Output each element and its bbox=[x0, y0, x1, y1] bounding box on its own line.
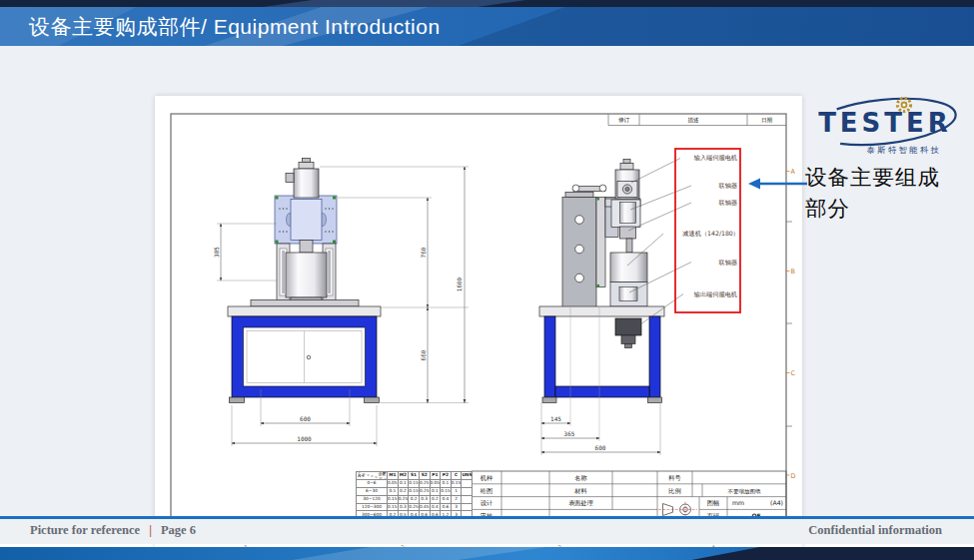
dim-label: 600 bbox=[595, 444, 606, 451]
dim-label: 600 bbox=[300, 415, 311, 422]
annotation-label: 减速机（142/180） bbox=[682, 230, 739, 238]
dim-label: 760 bbox=[420, 247, 427, 258]
footer-page-number: Page 6 bbox=[161, 523, 196, 537]
footer: Picture for reference|Page 6 Confidentia… bbox=[0, 519, 974, 544]
revision-col-label: 日期 bbox=[761, 117, 773, 123]
revision-col-label: 描述 bbox=[687, 117, 699, 124]
drawing-sheet: 修订 描述 日期 A B C D bbox=[155, 96, 802, 557]
tester-logo: TESTER 泰斯特智能科技 bbox=[805, 96, 967, 158]
side-view bbox=[539, 160, 664, 403]
title-block-label: 名称 bbox=[574, 474, 587, 482]
footer-confidential: Confidential information bbox=[808, 523, 942, 538]
tolerance-row: 0~6 0.050.10.150.250.050.10.15 bbox=[357, 479, 473, 487]
title-block-label: 图幅 bbox=[707, 499, 719, 507]
slide-title: 设备主要购成部件/ Equipment Introduction bbox=[0, 7, 974, 46]
revision-col-label: 修订 bbox=[618, 117, 630, 123]
zone-letter: B bbox=[791, 268, 795, 276]
annotation-label: 联轴器 bbox=[718, 199, 737, 207]
annotation-label: 输入端伺服电机 bbox=[694, 154, 738, 162]
callout-text: 设备主要组成部分 bbox=[805, 163, 943, 225]
title-block-label: 比例 bbox=[668, 487, 680, 495]
tolerance-corner-bottom: 尺寸 bbox=[358, 475, 365, 479]
header-bar: 设备主要购成部件/ Equipment Introduction bbox=[0, 7, 974, 46]
title-block-label: 绘图 bbox=[481, 487, 492, 495]
title-block-label: 材料 bbox=[573, 487, 586, 495]
red-annotation-box: 输入端伺服电机 联轴器 联轴器 减速机（142/180） 联轴器 输出端伺服电机 bbox=[675, 149, 740, 312]
dim-label: 1600 bbox=[456, 277, 463, 291]
zone-letter: C bbox=[791, 369, 796, 377]
slide: 设备主要购成部件/ Equipment Introduction bbox=[0, 0, 974, 560]
sheet-format-value: (A4) bbox=[770, 499, 783, 506]
title-block-label: 机种 bbox=[481, 474, 492, 482]
tolerance-row: 6~30 0.10.20.150.250.10.151 bbox=[357, 487, 473, 495]
dim-label: 1000 bbox=[297, 435, 312, 442]
title-block-label: 料号 bbox=[668, 474, 680, 481]
tolerance-corner-top: 公差 bbox=[379, 473, 386, 477]
logo-brand-text: TESTER bbox=[818, 108, 952, 138]
tolerance-header-row: 公差尺寸 M1 M2 S1 S2 P1 P2 C UNS bbox=[357, 472, 473, 480]
dim-label: 365 bbox=[564, 430, 575, 437]
sheet-size-value: mm bbox=[732, 499, 744, 506]
dim-label: 385 bbox=[213, 247, 220, 258]
footer-separator: | bbox=[140, 523, 161, 537]
tolerance-row: 30~120 0.150.250.20.30.20.42 bbox=[357, 495, 473, 503]
annotation-label: 联轴器 bbox=[718, 182, 737, 190]
title-block-label: 表面处理 bbox=[568, 499, 593, 507]
top-accent-strip bbox=[0, 0, 974, 7]
dim-label: 145 bbox=[550, 415, 561, 422]
annotation-label: 联轴器 bbox=[718, 259, 737, 267]
slide-body: 修订 描述 日期 A B C D bbox=[0, 46, 974, 516]
revision-table: 修订 描述 日期 bbox=[608, 115, 786, 126]
dim-label: 660 bbox=[420, 349, 427, 360]
footer-note: Picture for reference bbox=[30, 523, 140, 537]
no-scale-note: 不要缩放图纸 bbox=[728, 488, 762, 495]
bottom-accent-bar bbox=[0, 547, 974, 560]
side-dimensions: 145 365 600 bbox=[541, 307, 660, 455]
title-block-label: 设计 bbox=[481, 499, 493, 506]
cad-drawing: 修订 描述 日期 A B C D bbox=[155, 96, 802, 557]
callout-arrow-icon bbox=[747, 176, 809, 192]
logo-subtitle: 泰斯特智能科技 bbox=[867, 145, 942, 155]
tolerance-row: 120~300 0.150.30.250.450.40.63 bbox=[357, 503, 473, 511]
zone-letter: A bbox=[791, 168, 796, 176]
zone-letter: D bbox=[791, 472, 796, 480]
annotation-label: 输出端伺服电机 bbox=[694, 290, 738, 298]
